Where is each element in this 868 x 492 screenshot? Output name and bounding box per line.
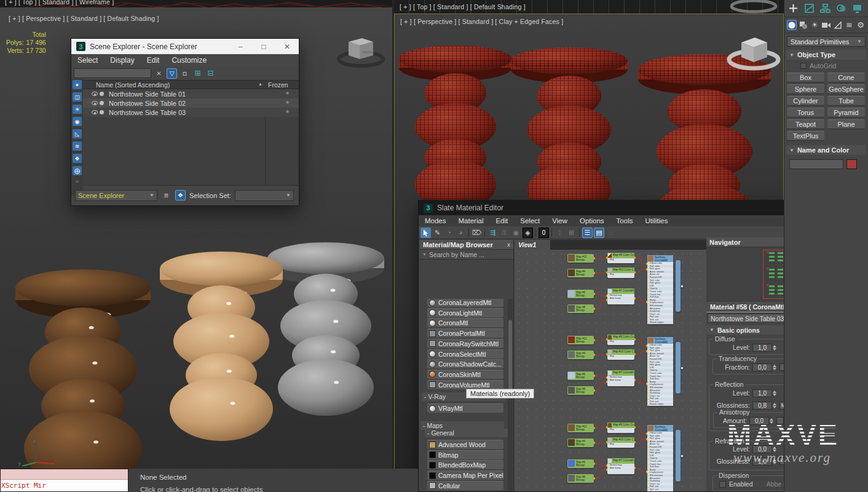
coronamtl-material-node[interactable]: Northsto...CoronaMtlDiffuse colorRefl. c… [647,255,673,324]
color-correction-node[interactable]: Map #10 Color Cor...Map [607,437,634,448]
collapse-tree-icon[interactable]: ⊟ [205,68,216,79]
layout-all-icon[interactable]: ⊞ [566,228,577,238]
display-toggle-icon-5[interactable]: ≋ [73,141,82,151]
node-preview-bar[interactable] [676,342,681,394]
color-correction-node[interactable]: Map #9 Color Cor...Map [607,335,634,345]
listener-output-row[interactable]: XScript Mir [1,480,128,491]
lock-sample-icon[interactable]: ⚿ [499,228,510,238]
object-name-input[interactable] [789,159,843,169]
spinner[interactable] [770,417,775,425]
viewport-label-top-shaded[interactable]: [ + ] [ Top ] [ Standard ] [ Default Sha… [400,3,526,10]
motion-tab-icon[interactable] [836,3,846,14]
map-node[interactable]: Map #8Bitmap [567,304,594,313]
map-node[interactable]: Map #12Bitmap [567,424,594,432]
coronamtl-material-node[interactable]: Northsto...CoronaMtlDiffuse colorRefl. c… [647,425,673,491]
spinner[interactable] [773,445,778,453]
display-toggle-icon-4[interactable]: ◺ [73,129,82,138]
minimize-icon[interactable]: – [229,42,252,51]
map-node[interactable]: Map #6Bitmap [567,290,594,298]
browser-item[interactable]: CoronaSelectMtl [427,349,503,359]
frozen-toggle-icon[interactable]: * [286,108,289,117]
map-node[interactable]: Map #6Bitmap [567,371,594,380]
diffuse-level-input[interactable]: 1,0 [752,344,772,352]
layout-vertical-icon[interactable]: ⁞ [554,228,565,238]
browser-item[interactable]: Camera Map Per Pixel [427,470,503,480]
create-teapot-button[interactable]: Teapot [787,119,824,129]
browser-item[interactable]: CoronaRaySwitchMtl [427,339,503,348]
bump-node[interactable]: Map #7 CoronaNor...Normal mapAdd. bump [607,458,634,474]
create-box-button[interactable]: Box [787,73,824,82]
map-node[interactable]: Map #12Bitmap [567,254,594,263]
bump-node[interactable]: Map #7 CoronaNor...Normal mapAdd. bump [607,288,634,304]
browser-item[interactable]: Cellular [427,481,503,490]
node-preview-bar[interactable] [676,430,681,482]
scene-object-list[interactable]: ●◫☀◉◺≋❖⨁» Northstowe Side Table 01*North… [71,89,299,185]
parameter-editor-toggle-icon[interactable]: ☰ [582,228,593,238]
object-name[interactable]: Northstowe Side Table 03 [109,109,186,116]
dispersion-enabled-checkbox[interactable] [719,481,726,488]
menu-utilities[interactable]: Utilities [639,215,674,226]
create-textplus-button[interactable]: TextPlus [787,131,824,141]
frozen-toggle-icon[interactable]: * [286,90,289,99]
reflection-gloss-input[interactable]: 0,8 [752,402,772,410]
menu-customize[interactable]: Customize [165,54,213,66]
systems-icon[interactable]: ⚙ [856,20,866,30]
menu-select[interactable]: Select [514,215,546,226]
refraction-level-input[interactable]: 0,0 [752,445,772,453]
browser-item[interactable]: CoronaLayeredMtl [427,299,503,307]
display-toggle-icon-6[interactable]: ❖ [73,154,82,163]
spinner[interactable] [773,402,778,410]
cameras-icon[interactable] [821,20,831,30]
viewport-label-clay[interactable]: [ + ] [ Perspective ] [ Standard ] [ Cla… [400,18,563,25]
create-cone-button[interactable]: Cone [827,73,865,82]
show-background-icon[interactable]: ◈ [523,228,533,238]
scrollbar-thumb[interactable] [508,320,512,394]
display-toggle-icon-2[interactable]: ☀ [73,105,82,114]
create-plane-button[interactable]: Plane [827,119,865,129]
menu-edit[interactable]: Edit [141,54,166,66]
viewport-label-perspective[interactable]: [ + ] [ Perspective ] [ Standard ] [ Def… [9,15,159,22]
translucency-fraction-input[interactable]: 0,0 [752,363,772,371]
shapes-icon[interactable] [799,20,808,30]
map-node[interactable]: Map #4Bitmap [567,351,594,359]
close-pane-icon[interactable]: x [507,242,510,248]
spinner[interactable] [773,363,778,371]
coronamtl-material-node[interactable]: Northsto...CoronaMtlDiffuse colorRefl. c… [647,337,673,406]
browser-item[interactable]: Bitmap [427,450,503,459]
material-map-browser[interactable]: Material/Map Browser x ▼ Search by Name … [420,240,514,491]
create-geosphere-button[interactable]: GeoSphere [827,84,865,94]
table-row[interactable]: Northstowe Side Table 01* [83,89,299,98]
category-dropdown[interactable]: Standard Primitives▼ [787,36,866,47]
visibility-eye-icon[interactable] [92,92,98,96]
map-node[interactable]: Map #4Bitmap [567,269,594,277]
browser-item[interactable]: VRayMtl [427,403,503,413]
column-frozen[interactable]: Frozen [268,81,288,89]
space-warps-icon[interactable]: ≋ [845,20,854,30]
show-map-viewport-icon[interactable]: ◉ [511,228,521,238]
browser-search[interactable]: ▼ Search by Name ... [420,250,513,260]
menu-options[interactable]: Options [574,215,610,226]
viewport-label-top-wireframe[interactable]: [ + ] [ Top ] [ Standard ] [ Wireframe ] [5,0,114,6]
spinner[interactable] [773,458,778,466]
bump-node[interactable]: Map #7 CoronaNor...Normal mapAdd. bump [607,370,634,386]
visibility-eye-icon[interactable] [92,101,98,105]
browser-item[interactable]: CoronaVolumeMtl [427,380,503,389]
menu-select[interactable]: Select [71,54,104,66]
resize-handle[interactable] [681,285,684,288]
display-toggle-icon-7[interactable]: ⨁ [73,166,82,175]
map-node[interactable]: Map #4Bitmap [567,438,594,447]
create-torus-button[interactable]: Torus [787,108,824,117]
object-name[interactable]: Northstowe Side Table 01 [109,90,186,98]
color-correction-node[interactable]: Map #9 Color Cor...Map [607,423,634,433]
viewcube-right[interactable] [727,28,784,72]
resize-handle[interactable] [681,454,684,458]
create-sphere-button[interactable]: Sphere [787,84,824,94]
refraction-gloss-input[interactable]: 1,0 [752,458,772,466]
tab-view1[interactable]: View1 [515,240,550,250]
anisotropy-amount-input[interactable]: 0,0 [749,417,769,425]
display-toggle-icon-0[interactable]: ● [73,80,82,89]
map-node[interactable]: Map #8Bitmap [567,386,594,395]
clear-search-icon[interactable]: ✕ [154,68,164,79]
browser-item[interactable]: CoronaSkinMtl [427,370,503,379]
sort-ascending-icon[interactable]: ▲ [258,82,262,86]
